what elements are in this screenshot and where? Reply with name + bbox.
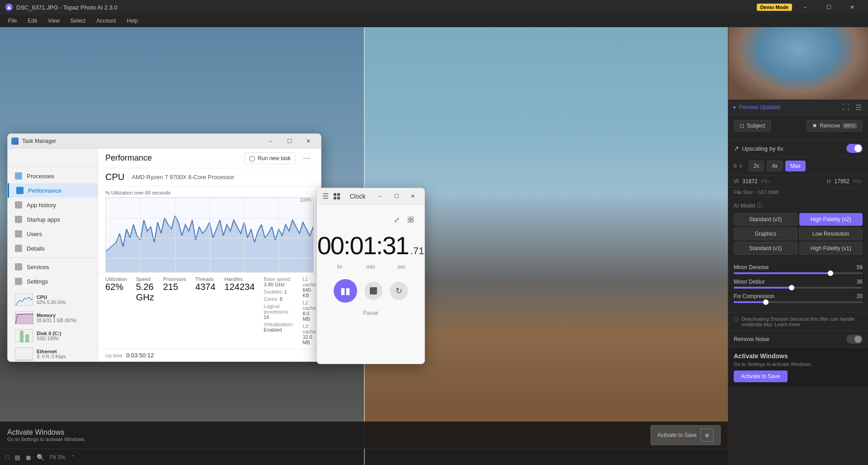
clock-expand-button[interactable]: ⤢ bbox=[390, 214, 403, 226]
w-px-label: PX+ bbox=[761, 179, 771, 184]
view-compare-icon[interactable]: ◼ bbox=[26, 454, 31, 461]
stat-details-col2: L1 cache: 640 KB L2 cache: 8.0 MB L3 cac… bbox=[302, 276, 317, 345]
minor-deblur-fill bbox=[734, 287, 792, 289]
model-standard-v2[interactable]: Standard (v2) bbox=[734, 213, 797, 226]
clock-pause-button[interactable]: ▮▮ bbox=[334, 279, 357, 303]
mult-max-button[interactable]: Max bbox=[785, 161, 806, 171]
performance-icon bbox=[16, 187, 24, 194]
preview-expand-icon[interactable]: ⛶ bbox=[841, 102, 851, 112]
view-split-icon[interactable]: ▦ bbox=[14, 454, 20, 461]
clock-grid-button[interactable] bbox=[405, 214, 417, 226]
sidebar-item-startupapps[interactable]: Startup apps bbox=[8, 212, 98, 227]
processes-label: Processes bbox=[163, 276, 186, 282]
sockets-value: 1 bbox=[284, 289, 287, 294]
sidebar-item-apphistory[interactable]: App history bbox=[8, 198, 98, 212]
clock-units: hr min sec bbox=[324, 264, 417, 270]
model-highfidelity-v1[interactable]: High Fidelity (v1) bbox=[799, 242, 863, 255]
menu-edit[interactable]: Edit bbox=[23, 16, 42, 26]
sub-memory-label: Memory bbox=[37, 313, 76, 318]
sidebar-item-details[interactable]: Details bbox=[8, 241, 98, 256]
performance-label: Performance bbox=[28, 187, 61, 194]
model-grid: Standard (v2) High Fidelity (v2) Graphic… bbox=[734, 213, 863, 255]
virt-value: Enabled bbox=[264, 327, 282, 332]
model-graphics[interactable]: Graphics bbox=[734, 228, 797, 240]
clock-body: ⤢ 00:01:31 .71 hr min sec ▮▮ ↻ Pause bbox=[317, 204, 425, 364]
upscaling-toggle[interactable] bbox=[846, 144, 863, 153]
sidebar-item-performance[interactable]: Performance bbox=[8, 183, 98, 198]
menu-account[interactable]: Account bbox=[92, 16, 120, 26]
tm-titlebar: Task Manager − ☐ ✕ bbox=[8, 134, 321, 148]
sidebar-item-services[interactable]: Services bbox=[8, 260, 98, 274]
sec-label: sec bbox=[386, 264, 417, 270]
svg-rect-10 bbox=[411, 217, 413, 219]
zoom-icon[interactable]: 🔍 bbox=[37, 454, 44, 461]
clock-close-button[interactable]: ✕ bbox=[405, 188, 421, 204]
sub-cpu-label: CPU bbox=[37, 294, 66, 300]
toggle-knob bbox=[854, 145, 862, 152]
more-options-button[interactable]: ⋯ bbox=[299, 152, 314, 164]
subject-button[interactable]: ◻ Subject bbox=[734, 120, 771, 132]
fix-compression-thumb[interactable] bbox=[763, 299, 769, 305]
min-label: min bbox=[355, 264, 387, 270]
model-highfidelity-v2[interactable]: High Fidelity (v2) bbox=[799, 213, 863, 226]
clock-minimize-button[interactable]: − bbox=[372, 188, 388, 204]
menu-view[interactable]: View bbox=[43, 16, 64, 26]
close-button[interactable]: ✕ bbox=[842, 0, 863, 14]
minimize-button[interactable]: − bbox=[795, 0, 816, 14]
menu-file[interactable]: File bbox=[4, 16, 21, 26]
preview-updated-icons: ⛶ ☰ bbox=[841, 102, 863, 112]
minor-denoise-slider[interactable] bbox=[734, 272, 863, 274]
clock-tab-icon[interactable] bbox=[330, 190, 343, 203]
activate-windows-button[interactable]: Activate to Save ◼ bbox=[651, 425, 721, 445]
view-single-icon[interactable]: □ bbox=[5, 454, 9, 461]
sub-memory[interactable]: Memory 28.6/31.1 GB (92%) bbox=[8, 308, 98, 327]
sidebar-item-processes[interactable]: Processes bbox=[8, 169, 98, 183]
sidebar-item-settings[interactable]: Settings bbox=[8, 274, 98, 289]
sub-cpu[interactable]: CPU 62% 5.26 GHz bbox=[8, 290, 98, 308]
settings-label: Settings bbox=[27, 278, 48, 285]
tm-close-button[interactable]: ✕ bbox=[299, 134, 317, 148]
run-task-button[interactable]: ◯ Run new task bbox=[244, 152, 296, 164]
clock-window-controls: − ☐ ✕ bbox=[372, 188, 421, 204]
mult-4x-button[interactable]: 4x bbox=[767, 161, 783, 171]
sidebar-item-users[interactable]: Users bbox=[8, 227, 98, 241]
virt-row: Virtualization: Enabled bbox=[264, 322, 293, 332]
clock-reset-button[interactable]: ↻ bbox=[390, 282, 408, 300]
tm-sidebar: Processes Performance App history Startu… bbox=[8, 148, 98, 361]
clock-stop-button[interactable] bbox=[364, 282, 382, 300]
clock-window: ☰ Clock − ☐ ✕ ⤢ 00:01:31 .71 hr min sec bbox=[316, 188, 425, 364]
menu-select[interactable]: Select bbox=[66, 16, 90, 26]
mult-2x-button[interactable]: 2x bbox=[749, 161, 764, 171]
activate-to-save-button[interactable]: Activate to Save bbox=[734, 370, 788, 382]
clock-controls: ▮▮ ↻ bbox=[334, 279, 408, 303]
fix-compression-slider[interactable] bbox=[734, 301, 863, 303]
tm-maximize-button[interactable]: ☐ bbox=[280, 134, 298, 148]
tm-minimize-button[interactable]: − bbox=[261, 134, 279, 148]
h-value: 17952 bbox=[835, 178, 849, 185]
model-standard-v1[interactable]: Standard (v1) bbox=[734, 242, 797, 255]
sharpen-info: ⓘ Deactivating Sharpen because this filt… bbox=[728, 313, 868, 331]
remove-button[interactable]: ✖ Remove BETA bbox=[807, 120, 863, 132]
clock-maximize-button[interactable]: ☐ bbox=[388, 188, 405, 204]
chevron-up-icon[interactable]: ⌃ bbox=[71, 454, 75, 460]
multiplier-row: 6 x 2x 4x Max bbox=[728, 157, 868, 176]
menu-help[interactable]: Help bbox=[123, 16, 143, 26]
minor-deblur-thumb[interactable] bbox=[789, 285, 794, 290]
preview-settings-icon[interactable]: ☰ bbox=[854, 102, 863, 112]
sub-ethernet[interactable]: Ethernet S: 0 R: 0 Kbps bbox=[8, 345, 98, 361]
sub-disk[interactable]: Disk 0 (C:) SSD 100% bbox=[8, 327, 98, 345]
l2-label: L2 cache: bbox=[302, 300, 317, 311]
threads-value: 4374 bbox=[195, 282, 216, 292]
minor-deblur-row: Minor Deblur 36 bbox=[734, 279, 863, 289]
clock-hamburger-icon[interactable]: ☰ bbox=[321, 190, 330, 202]
subject-remove-row: ◻ Subject ✖ Remove BETA bbox=[734, 120, 863, 132]
cpu-title: CPU bbox=[105, 172, 124, 182]
remove-noise-toggle[interactable] bbox=[846, 335, 863, 344]
model-lowresolution[interactable]: Low Resolution bbox=[799, 228, 863, 240]
hamburger-menu[interactable] bbox=[8, 152, 22, 165]
maximize-button[interactable]: ☐ bbox=[818, 0, 839, 14]
h-label: H bbox=[827, 178, 831, 185]
minor-denoise-thumb[interactable] bbox=[828, 270, 833, 276]
h-px-label: PX+ bbox=[853, 179, 863, 184]
minor-deblur-slider[interactable] bbox=[734, 287, 863, 289]
